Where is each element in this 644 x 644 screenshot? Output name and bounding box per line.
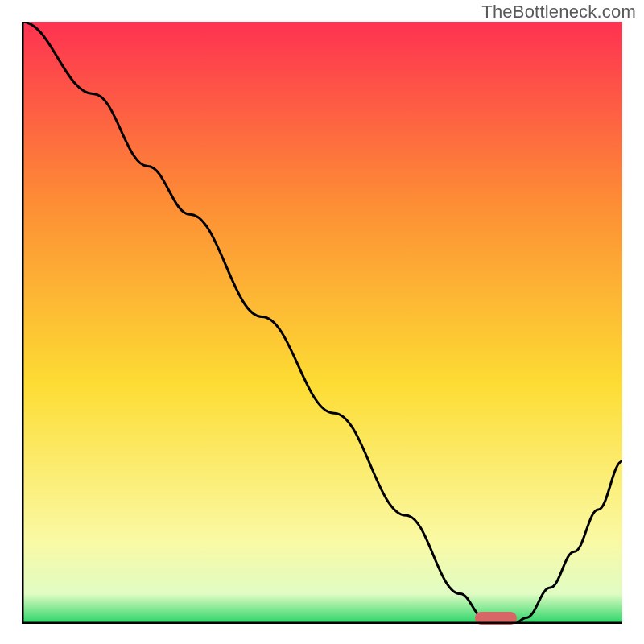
optimal-point-marker (475, 612, 517, 625)
bottleneck-curve (22, 22, 622, 624)
plot-area (22, 22, 622, 624)
chart-frame: TheBottleneck.com (0, 0, 644, 644)
watermark-text: TheBottleneck.com (481, 2, 636, 23)
curve-path (22, 22, 622, 624)
